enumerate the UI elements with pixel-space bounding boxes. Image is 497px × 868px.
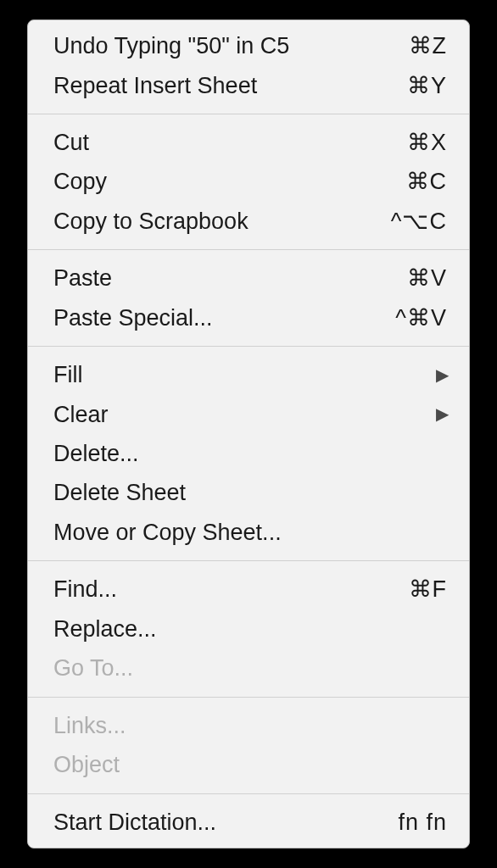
menu-item-label: Paste Special...: [53, 303, 395, 333]
menu-item-repeat[interactable]: Repeat Insert Sheet ⌘Y: [28, 66, 469, 105]
menu-item-fill[interactable]: Fill ▶: [28, 355, 469, 394]
menu-item-label: Find...: [53, 574, 409, 604]
menu-item-label: Go To...: [53, 653, 447, 683]
menu-item-shortcut: ⌘C: [406, 166, 448, 197]
menu-separator: [28, 793, 469, 794]
menu-item-label: Undo Typing "50" in C5: [53, 31, 409, 61]
menu-item-label: Fill: [53, 359, 436, 390]
menu-item-move-copy-sheet[interactable]: Move or Copy Sheet...: [28, 513, 469, 552]
menu-item-paste-special[interactable]: Paste Special... ^⌘V: [28, 298, 469, 337]
menu-item-cut[interactable]: Cut ⌘X: [28, 123, 469, 162]
menu-item-links: Links...: [28, 706, 469, 745]
menu-item-copy-scrapbook[interactable]: Copy to Scrapbook ^⌥C: [28, 202, 469, 241]
menu-item-label: Repeat Insert Sheet: [53, 70, 407, 101]
menu-item-delete[interactable]: Delete...: [28, 434, 469, 473]
menu-item-undo[interactable]: Undo Typing "50" in C5 ⌘Z: [28, 26, 469, 65]
edit-menu: Undo Typing "50" in C5 ⌘Z Repeat Insert …: [27, 19, 470, 849]
menu-item-object: Object: [28, 745, 469, 784]
menu-item-copy[interactable]: Copy ⌘C: [28, 162, 469, 201]
menu-item-shortcut: ^⌥C: [391, 206, 447, 236]
menu-item-shortcut: fn fn: [398, 807, 447, 837]
menu-item-label: Copy: [53, 166, 406, 197]
menu-separator: [28, 560, 469, 561]
menu-item-delete-sheet[interactable]: Delete Sheet: [28, 473, 469, 512]
menu-item-label: Cut: [53, 127, 407, 158]
menu-item-label: Copy to Scrapbook: [53, 206, 391, 236]
menu-item-find[interactable]: Find... ⌘F: [28, 570, 469, 609]
menu-item-shortcut: ⌘Y: [407, 70, 447, 101]
menu-item-label: Delete Sheet: [53, 477, 447, 508]
menu-item-label: Delete...: [53, 438, 447, 469]
menu-item-label: Replace...: [53, 614, 447, 644]
menu-item-shortcut: ⌘Z: [409, 31, 448, 61]
menu-item-paste[interactable]: Paste ⌘V: [28, 259, 469, 298]
menu-item-start-dictation[interactable]: Start Dictation... fn fn: [28, 803, 469, 842]
menu-item-shortcut: ^⌘V: [395, 303, 447, 333]
menu-item-label: Clear: [53, 399, 436, 430]
menu-item-clear[interactable]: Clear ▶: [28, 395, 469, 434]
menu-item-replace[interactable]: Replace...: [28, 609, 469, 648]
submenu-arrow-icon: ▶: [436, 364, 449, 387]
menu-separator: [28, 346, 469, 347]
menu-item-shortcut: ⌘F: [409, 574, 448, 604]
menu-item-go-to: Go To...: [28, 648, 469, 687]
menu-separator: [28, 697, 469, 698]
menu-separator: [28, 249, 469, 250]
menu-item-shortcut: ⌘V: [407, 263, 447, 293]
menu-item-label: Start Dictation...: [53, 807, 398, 837]
menu-item-label: Links...: [53, 710, 447, 741]
menu-item-label: Paste: [53, 263, 407, 293]
menu-separator: [28, 114, 469, 114]
submenu-arrow-icon: ▶: [436, 403, 449, 426]
menu-item-shortcut: ⌘X: [407, 127, 447, 158]
menu-item-label: Object: [53, 749, 447, 780]
menu-item-label: Move or Copy Sheet...: [53, 517, 447, 548]
